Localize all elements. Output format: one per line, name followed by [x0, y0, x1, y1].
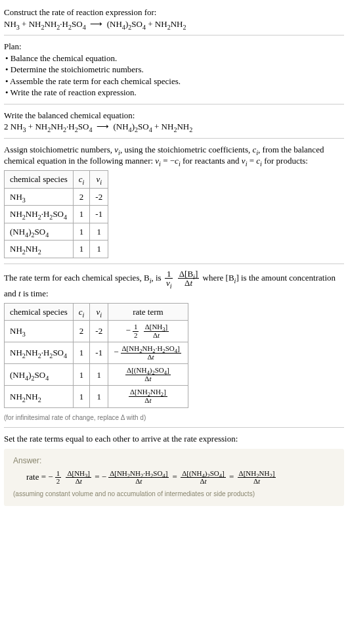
text: for reactants and: [181, 156, 242, 166]
plan-item: • Determine the stoichiometric numbers.: [5, 64, 344, 76]
table-row: NH2NH2·H2SO41-1 −Δ[NH2NH2·H2SO4]Δt: [5, 342, 188, 364]
table-row: NH32-2: [5, 188, 108, 206]
col-c: ci: [73, 171, 90, 189]
rate-table: chemical species ci νi rate term NH32-2 …: [4, 303, 188, 408]
col-species: chemical species: [5, 303, 74, 321]
text: is time:: [21, 288, 49, 298]
text: The rate term for each chemical species,: [4, 273, 144, 283]
question-equation: NH3 + NH2NH2·H2SO4 ⟶ (NH4)2SO4 + NH2NH2: [4, 18, 344, 30]
balanced-equation: 2 NH3 + NH2NH2·H2SO4 ⟶ (NH4)2SO4 + NH2NH…: [4, 121, 344, 133]
rate-expression: rate = −12 Δ[NH3]Δt = −Δ[NH2NH2·H2SO4]Δt…: [13, 470, 335, 486]
text: for products:: [262, 156, 308, 166]
rate-note: (for infinitesimal rate of change, repla…: [4, 413, 344, 423]
balanced-block: Write the balanced chemical equation: 2 …: [4, 110, 344, 133]
table-row: NH2NH2·H2SO41-1: [5, 206, 108, 223]
table-row: NH32-2 −12 Δ[NH3]Δt: [5, 321, 188, 342]
divider: [4, 35, 344, 35]
stoich-block: Assign stoichiometric numbers, νi, using…: [4, 144, 344, 258]
plan-item-text: Balance the chemical equation.: [11, 53, 117, 63]
col-c: ci: [73, 303, 90, 321]
col-species: chemical species: [5, 171, 74, 189]
plan-item-text: Assemble the rate term for each chemical…: [10, 76, 181, 86]
divider: [4, 138, 344, 139]
final-block: Set the rate terms equal to each other t…: [4, 433, 344, 506]
answer-box: Answer: rate = −12 Δ[NH3]Δt = −Δ[NH2NH2·…: [4, 449, 344, 507]
rate-term-block: The rate term for each chemical species,…: [4, 269, 344, 422]
plan-block: Plan: • Balance the chemical equation. •…: [4, 41, 344, 99]
plan-item-text: Determine the stoichiometric numbers.: [11, 64, 144, 74]
table-header-row: chemical species ci νi: [5, 171, 108, 189]
col-nu: νi: [90, 171, 108, 189]
table-header-row: chemical species ci νi rate term: [5, 303, 188, 321]
answer-note: (assuming constant volume and no accumul…: [13, 490, 335, 499]
text: where: [203, 273, 226, 283]
rate-term-text: The rate term for each chemical species,…: [4, 269, 344, 300]
table-row: NH2NH211: [5, 241, 108, 258]
balanced-heading: Write the balanced chemical equation:: [4, 110, 344, 122]
plan-item: • Assemble the rate term for each chemic…: [5, 76, 344, 87]
question-block: Construct the rate of reaction expressio…: [4, 7, 344, 30]
table-row: (NH4)2SO411 Δ[(NH4)2SO4]Δt: [5, 364, 188, 386]
stoich-table: chemical species ci νi NH32-2 NH2NH2·H2S…: [4, 170, 108, 258]
question-title: Construct the rate of reaction expressio…: [4, 7, 344, 18]
divider: [4, 264, 344, 264]
text: , using the stoichiometric coefficients,: [120, 145, 253, 154]
col-rate-term: rate term: [108, 303, 188, 321]
table-row: (NH4)2SO411: [5, 223, 108, 241]
plan-heading: Plan:: [4, 41, 344, 53]
divider: [4, 427, 344, 428]
table-row: NH2NH211 Δ[NH2NH2]Δt: [5, 386, 188, 407]
final-heading: Set the rate terms equal to each other t…: [4, 433, 344, 445]
col-nu: νi: [90, 303, 108, 321]
plan-item: • Write the rate of reaction expression.: [5, 87, 344, 99]
plan-item: • Balance the chemical equation.: [5, 53, 344, 64]
text: , is: [151, 273, 163, 283]
plan-item-text: Write the rate of reaction expression.: [11, 87, 137, 97]
answer-label: Answer:: [13, 455, 335, 466]
divider: [4, 104, 344, 104]
text: Assign stoichiometric numbers,: [4, 145, 114, 154]
stoich-text: Assign stoichiometric numbers, νi, using…: [4, 144, 344, 167]
